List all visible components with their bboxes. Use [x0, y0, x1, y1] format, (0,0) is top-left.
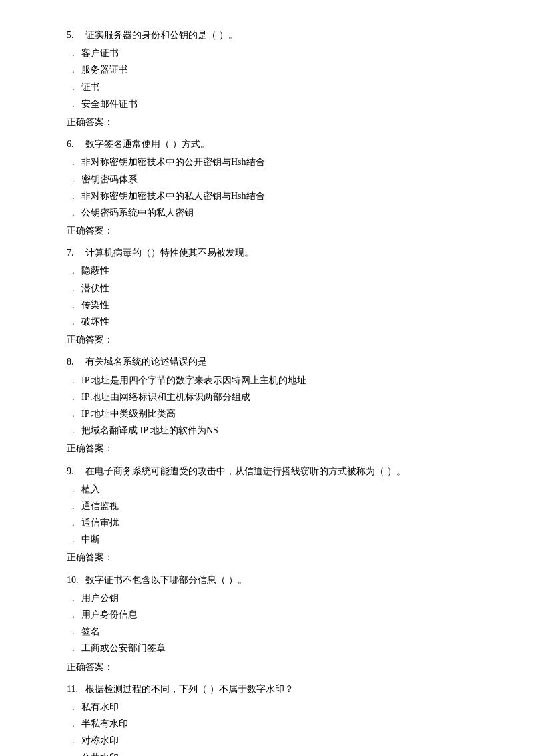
answer-label-3: 正确答案： — [67, 331, 481, 348]
option-3-1: .隐蔽性 — [72, 262, 481, 279]
option-dot-4-1: . — [72, 372, 79, 389]
option-text-4-3: IP 地址中类级别比类高 — [81, 405, 176, 422]
option-dot-6-1: . — [72, 590, 79, 606]
option-1-3: .证书 — [72, 79, 481, 96]
option-dot-2-2: . — [72, 171, 79, 188]
option-text-2-1: 非对称密钥加密技术中的公开密钥与Hsh结合 — [81, 154, 265, 170]
option-dot-5-4: . — [72, 531, 79, 548]
option-text-1-2: 服务器证书 — [81, 61, 128, 78]
option-dot-3-1: . — [72, 262, 79, 279]
option-dot-6-4: . — [72, 640, 79, 656]
option-dot-4-4: . — [72, 422, 79, 439]
option-3-4: .破坏性 — [72, 313, 481, 330]
question-block-2: 6.数字签名通常使用（ ）方式。.非对称密钥加密技术中的公开密钥与Hsh结合.密… — [67, 136, 481, 239]
option-4-2: .IP 地址由网络标识和主机标识两部分组成 — [72, 389, 481, 405]
question-text-3: 计算机病毒的（）特性使其不易被发现。 — [85, 244, 481, 261]
option-7-3: .对称水印 — [72, 732, 481, 749]
question-title-1: 5.证实服务器的身份和公钥的是（ ）。 — [67, 27, 481, 43]
option-text-5-3: 通信审扰 — [81, 514, 119, 531]
question-block-5: 9.在电子商务系统可能遭受的攻击中，从信道进行搭线窃听的方式被称为（ ）。.植入… — [67, 463, 481, 566]
option-dot-7-2: . — [72, 715, 79, 732]
question-num-5: 9. — [67, 463, 85, 480]
question-text-7: 根据检测过程的不同，下列（ ）不属于数字水印？ — [85, 681, 481, 697]
option-dot-7-1: . — [72, 699, 79, 715]
option-2-4: .公钥密码系统中的私人密钥 — [72, 204, 481, 221]
option-2-3: .非对称密钥加密技术中的私人密钥与Hsh结合 — [72, 188, 481, 204]
option-text-6-2: 用户身份信息 — [81, 606, 138, 623]
question-num-2: 6. — [67, 136, 85, 152]
option-dot-5-3: . — [72, 514, 79, 531]
option-5-4: .中断 — [72, 531, 481, 548]
option-text-7-3: 对称水印 — [81, 732, 119, 749]
option-text-6-3: 签名 — [81, 623, 100, 640]
question-text-4: 有关域名系统的论述错误的是 — [85, 353, 481, 370]
option-dot-6-2: . — [72, 606, 79, 623]
option-6-1: .用户公钥 — [72, 590, 481, 606]
option-text-2-4: 公钥密码系统中的私人密钥 — [81, 204, 194, 221]
option-4-4: .把域名翻译成 IP 地址的软件为NS — [72, 422, 481, 439]
option-text-6-4: 工商或公安部门签章 — [81, 640, 166, 656]
option-dot-7-4: . — [72, 749, 79, 757]
option-dot-3-4: . — [72, 313, 79, 330]
answer-label-2: 正确答案： — [67, 222, 481, 239]
option-1-2: .服务器证书 — [72, 61, 481, 78]
option-text-1-1: 客户证书 — [81, 45, 119, 61]
option-text-4-1: IP 地址是用四个字节的数字来表示因特网上主机的地址 — [81, 372, 306, 389]
option-6-2: .用户身份信息 — [72, 606, 481, 623]
option-dot-7-3: . — [72, 732, 79, 749]
option-4-3: .IP 地址中类级别比类高 — [72, 405, 481, 422]
option-text-1-4: 安全邮件证书 — [81, 96, 138, 112]
question-text-5: 在电子商务系统可能遭受的攻击中，从信道进行搭线窃听的方式被称为（ ）。 — [85, 463, 481, 480]
option-5-3: .通信审扰 — [72, 514, 481, 531]
option-7-4: .公共水印 — [72, 749, 481, 757]
question-num-6: 10. — [67, 572, 85, 588]
option-2-2: .密钥密码体系 — [72, 171, 481, 188]
option-7-2: .半私有水印 — [72, 715, 481, 732]
option-dot-3-2: . — [72, 280, 79, 297]
question-text-1: 证实服务器的身份和公钥的是（ ）。 — [85, 27, 481, 43]
option-dot-4-3: . — [72, 405, 79, 422]
option-dot-1-2: . — [72, 61, 79, 78]
option-dot-1-4: . — [72, 96, 79, 112]
option-2-1: .非对称密钥加密技术中的公开密钥与Hsh结合 — [72, 154, 481, 170]
option-7-1: .私有水印 — [72, 699, 481, 715]
option-text-4-2: IP 地址由网络标识和主机标识两部分组成 — [81, 389, 250, 405]
option-dot-6-3: . — [72, 623, 79, 640]
answer-label-1: 正确答案： — [67, 114, 481, 130]
question-text-2: 数字签名通常使用（ ）方式。 — [85, 136, 481, 152]
question-title-2: 6.数字签名通常使用（ ）方式。 — [67, 136, 481, 152]
option-dot-4-2: . — [72, 389, 79, 405]
option-text-3-3: 传染性 — [81, 297, 109, 313]
option-text-6-1: 用户公钥 — [81, 590, 119, 606]
question-title-3: 7.计算机病毒的（）特性使其不易被发现。 — [67, 244, 481, 261]
answer-label-6: 正确答案： — [67, 658, 481, 675]
option-dot-3-3: . — [72, 297, 79, 313]
option-text-5-1: 植入 — [81, 481, 100, 498]
option-dot-5-2: . — [72, 498, 79, 514]
option-4-1: .IP 地址是用四个字节的数字来表示因特网上主机的地址 — [72, 372, 481, 389]
question-num-7: 11. — [67, 681, 85, 697]
question-num-3: 7. — [67, 244, 85, 261]
option-dot-2-4: . — [72, 204, 79, 221]
question-block-6: 10.数字证书不包含以下哪部分信息（ ）。.用户公钥.用户身份信息.签名.工商或… — [67, 572, 481, 675]
answer-label-5: 正确答案： — [67, 549, 481, 566]
answer-label-4: 正确答案： — [67, 440, 481, 457]
option-text-7-2: 半私有水印 — [81, 715, 128, 732]
question-text-6: 数字证书不包含以下哪部分信息（ ）。 — [85, 572, 481, 588]
option-text-2-3: 非对称密钥加密技术中的私人密钥与Hsh结合 — [81, 188, 265, 204]
option-text-7-1: 私有水印 — [81, 699, 119, 715]
option-dot-5-1: . — [72, 481, 79, 498]
question-num-1: 5. — [67, 27, 85, 43]
question-title-7: 11.根据检测过程的不同，下列（ ）不属于数字水印？ — [67, 681, 481, 697]
question-block-7: 11.根据检测过程的不同，下列（ ）不属于数字水印？.私有水印.半私有水印.对称… — [67, 681, 481, 756]
option-text-3-1: 隐蔽性 — [81, 262, 109, 279]
question-num-4: 8. — [67, 353, 85, 370]
option-text-7-4: 公共水印 — [81, 749, 119, 757]
option-dot-2-3: . — [72, 188, 79, 204]
question-block-3: 7.计算机病毒的（）特性使其不易被发现。.隐蔽性.潜伏性.传染性.破坏性正确答案… — [67, 244, 481, 348]
question-title-5: 9.在电子商务系统可能遭受的攻击中，从信道进行搭线窃听的方式被称为（ ）。 — [67, 463, 481, 480]
option-3-2: .潜伏性 — [72, 280, 481, 297]
main-content: 5.证实服务器的身份和公钥的是（ ）。.客户证书.服务器证书.证书.安全邮件证书… — [67, 27, 481, 756]
option-text-3-4: 破坏性 — [81, 313, 109, 330]
option-5-1: .植入 — [72, 481, 481, 498]
